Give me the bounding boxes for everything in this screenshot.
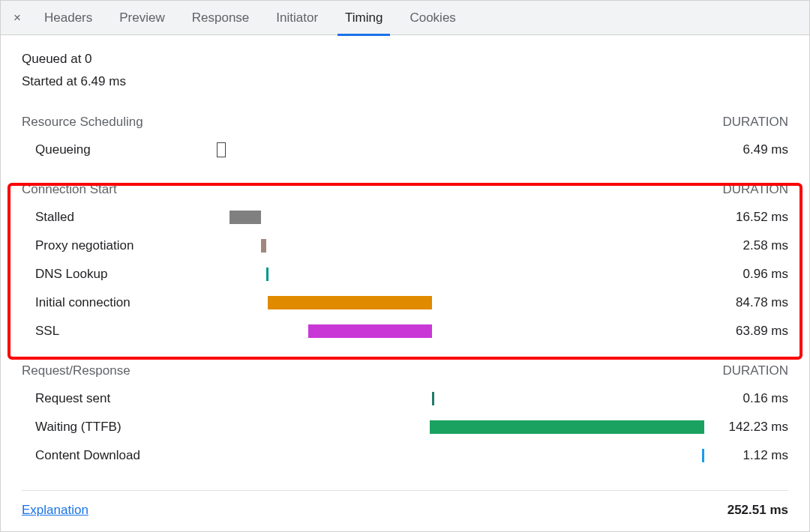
timing-section: Connection StartDURATIONStalled16.52 msP… bbox=[22, 182, 788, 345]
explanation-link[interactable]: Explanation bbox=[22, 503, 88, 518]
timing-row: Queueing6.49 ms bbox=[22, 136, 788, 164]
timing-bar bbox=[430, 420, 704, 434]
timing-bar bbox=[230, 211, 262, 224]
timing-bar bbox=[261, 239, 266, 253]
timing-row-duration: 0.16 ms bbox=[691, 391, 788, 406]
timing-row: Content Download1.12 ms bbox=[22, 441, 788, 470]
section-header: Connection StartDURATION bbox=[22, 182, 788, 197]
timing-bar-track bbox=[217, 420, 691, 434]
timing-row-label: DNS Lookup bbox=[22, 267, 217, 282]
started-at-text: Started at 6.49 ms bbox=[22, 74, 788, 89]
tab-timing[interactable]: Timing bbox=[332, 1, 396, 35]
timing-row-duration: 84.78 ms bbox=[691, 295, 788, 310]
timing-row: Stalled16.52 ms bbox=[22, 203, 788, 232]
timing-bar-track bbox=[217, 296, 691, 309]
timing-row-label: Queueing bbox=[22, 142, 217, 157]
timing-content: Queued at 0 Started at 6.49 ms Resource … bbox=[1, 35, 809, 531]
timing-bar bbox=[702, 449, 704, 462]
timing-section: Resource SchedulingDURATIONQueueing6.49 … bbox=[22, 115, 788, 164]
timing-row-duration: 6.49 ms bbox=[691, 142, 788, 157]
timing-bar-track bbox=[217, 143, 691, 157]
timing-row: Waiting (TTFB)142.23 ms bbox=[22, 413, 788, 441]
timing-row: SSL63.89 ms bbox=[22, 317, 788, 345]
tab-preview[interactable]: Preview bbox=[106, 1, 178, 35]
timing-row-duration: 16.52 ms bbox=[691, 210, 788, 225]
timing-row-duration: 63.89 ms bbox=[691, 324, 788, 339]
tab-cookies[interactable]: Cookies bbox=[396, 1, 469, 35]
timing-row-label: Request sent bbox=[22, 391, 217, 406]
timing-row-label: Content Download bbox=[22, 448, 217, 463]
timing-bar-track bbox=[217, 324, 691, 338]
timing-row-label: Proxy negotiation bbox=[22, 238, 217, 253]
tab-response[interactable]: Response bbox=[178, 1, 263, 35]
timing-row-duration: 142.23 ms bbox=[691, 420, 788, 435]
timing-bar bbox=[308, 324, 431, 338]
timing-row-label: Stalled bbox=[22, 210, 217, 225]
timing-row: Initial connection84.78 ms bbox=[22, 288, 788, 317]
timing-row-duration: 0.96 ms bbox=[691, 267, 788, 282]
devtools-timing-panel: × HeadersPreviewResponseInitiatorTimingC… bbox=[0, 0, 810, 532]
timing-row-label: Waiting (TTFB) bbox=[22, 420, 217, 435]
duration-header: DURATION bbox=[722, 115, 788, 130]
section-title: Resource Scheduling bbox=[22, 115, 143, 130]
timing-bar bbox=[432, 392, 434, 405]
timing-row: Request sent0.16 ms bbox=[22, 384, 788, 413]
timing-bar bbox=[268, 296, 431, 309]
timing-bar-track bbox=[217, 392, 691, 405]
tab-initiator[interactable]: Initiator bbox=[262, 1, 332, 35]
timing-row-duration: 2.58 ms bbox=[691, 238, 788, 253]
duration-header: DURATION bbox=[722, 363, 788, 378]
tab-bar: × HeadersPreviewResponseInitiatorTimingC… bbox=[1, 1, 809, 35]
timing-bar-track bbox=[217, 211, 691, 224]
total-duration: 252.51 ms bbox=[728, 503, 788, 518]
section-title: Request/Response bbox=[22, 363, 130, 378]
timing-footer: Explanation 252.51 ms bbox=[22, 490, 788, 531]
timing-bar-track bbox=[217, 239, 691, 253]
section-title: Connection Start bbox=[22, 182, 117, 197]
timing-row: Proxy negotiation2.58 ms bbox=[22, 232, 788, 260]
timing-row-label: SSL bbox=[22, 324, 217, 339]
queued-at-text: Queued at 0 bbox=[22, 52, 788, 67]
duration-header: DURATION bbox=[722, 182, 788, 197]
close-icon[interactable]: × bbox=[4, 10, 31, 25]
tab-headers[interactable]: Headers bbox=[31, 1, 106, 35]
timing-bar bbox=[266, 267, 268, 281]
timing-row-duration: 1.12 ms bbox=[691, 448, 788, 463]
timing-section: Request/ResponseDURATIONRequest sent0.16… bbox=[22, 363, 788, 470]
timing-bar-track bbox=[217, 267, 691, 281]
timing-row-label: Initial connection bbox=[22, 295, 217, 310]
timing-bar-track bbox=[217, 449, 691, 462]
timing-bar bbox=[217, 142, 226, 157]
section-header: Resource SchedulingDURATION bbox=[22, 115, 788, 130]
section-header: Request/ResponseDURATION bbox=[22, 363, 788, 378]
timing-row: DNS Lookup0.96 ms bbox=[22, 260, 788, 288]
